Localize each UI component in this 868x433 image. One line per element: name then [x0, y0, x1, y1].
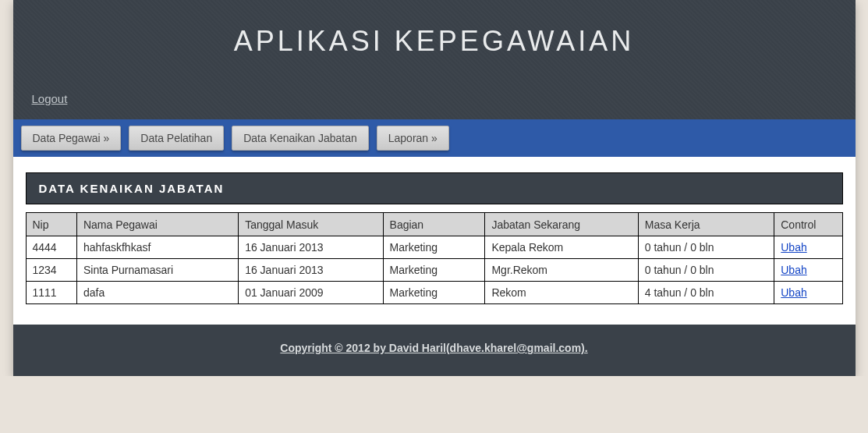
th-masa: Masa Kerja: [638, 213, 774, 236]
data-table: Nip Nama Pegawai Tanggal Masuk Bagian Ja…: [26, 212, 843, 304]
cell-control: Ubah: [774, 282, 842, 304]
nav-data-pelatihan[interactable]: Data Pelatihan: [129, 126, 224, 151]
edit-link[interactable]: Ubah: [781, 286, 806, 299]
cell-bagian: Marketing: [383, 236, 485, 259]
app-title: APLIKASI KEPEGAWAIAN: [29, 25, 840, 58]
cell-nama: Sinta Purnamasari: [76, 259, 238, 282]
cell-nama: hahfaskfhkasf: [76, 236, 238, 259]
cell-nip: 1111: [26, 282, 76, 304]
cell-nip: 4444: [26, 236, 76, 259]
nav-data-pegawai[interactable]: Data Pegawai »: [21, 126, 122, 151]
nav-data-kenaikan-jabatan[interactable]: Data Kenaikan Jabatan: [232, 126, 369, 151]
cell-nip: 1234: [26, 259, 76, 282]
th-nip: Nip: [26, 213, 76, 236]
table-row: 1111 dafa 01 Januari 2009 Marketing Reko…: [26, 282, 842, 304]
cell-tgl: 16 Januari 2013: [239, 236, 383, 259]
footer-text[interactable]: Copyright © 2012 by David Haril(dhave.kh…: [280, 342, 587, 354]
panel-title: DATA KENAIKAN JABATAN: [26, 172, 843, 204]
th-nama: Nama Pegawai: [76, 213, 238, 236]
cell-jabatan: Rekom: [485, 282, 638, 304]
cell-jabatan: Kepala Rekom: [485, 236, 638, 259]
edit-link[interactable]: Ubah: [781, 264, 806, 276]
th-tgl: Tanggal Masuk: [239, 213, 383, 236]
cell-bagian: Marketing: [383, 259, 485, 282]
cell-control: Ubah: [774, 236, 842, 259]
cell-tgl: 01 Januari 2009: [239, 282, 383, 304]
cell-masa: 4 tahun / 0 bln: [638, 282, 774, 304]
cell-tgl: 16 Januari 2013: [239, 259, 383, 282]
th-control: Control: [774, 213, 842, 236]
cell-masa: 0 tahun / 0 bln: [638, 236, 774, 259]
table-row: 4444 hahfaskfhkasf 16 Januari 2013 Marke…: [26, 236, 842, 259]
app-container: APLIKASI KEPEGAWAIAN Logout Data Pegawai…: [13, 0, 856, 376]
cell-jabatan: Mgr.Rekom: [485, 259, 638, 282]
th-bagian: Bagian: [383, 213, 485, 236]
logout-link[interactable]: Logout: [32, 92, 68, 105]
table-header-row: Nip Nama Pegawai Tanggal Masuk Bagian Ja…: [26, 213, 842, 236]
cell-nama: dafa: [76, 282, 238, 304]
cell-control: Ubah: [774, 259, 842, 282]
header: APLIKASI KEPEGAWAIAN Logout: [13, 0, 856, 119]
footer: Copyright © 2012 by David Haril(dhave.kh…: [13, 325, 856, 376]
navbar: Data Pegawai » Data Pelatihan Data Kenai…: [13, 119, 856, 157]
content: DATA KENAIKAN JABATAN Nip Nama Pegawai T…: [13, 157, 856, 325]
cell-bagian: Marketing: [383, 282, 485, 304]
cell-masa: 0 tahun / 0 bln: [638, 259, 774, 282]
edit-link[interactable]: Ubah: [781, 241, 806, 254]
nav-laporan[interactable]: Laporan »: [377, 126, 449, 151]
table-row: 1234 Sinta Purnamasari 16 Januari 2013 M…: [26, 259, 842, 282]
th-jabatan: Jabatan Sekarang: [485, 213, 638, 236]
